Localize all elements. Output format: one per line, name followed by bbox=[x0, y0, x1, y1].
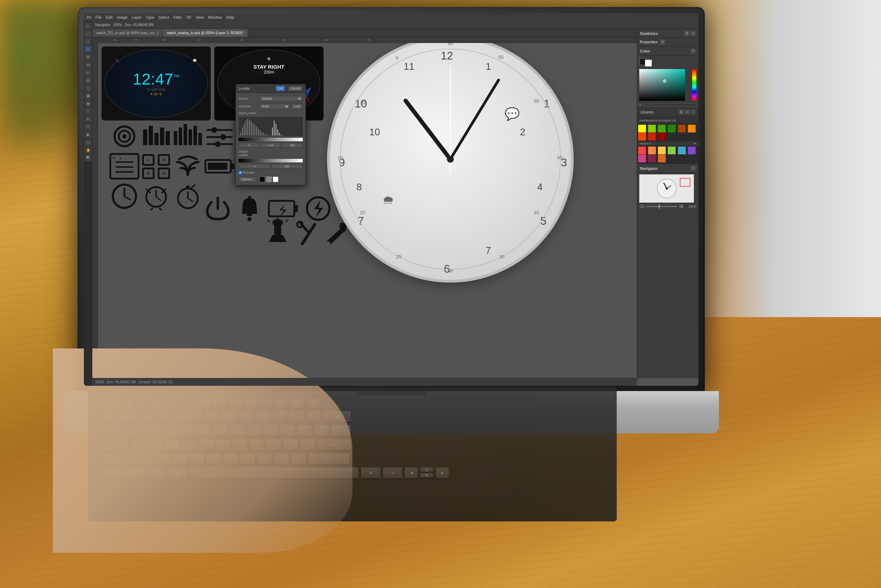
libraries-list-btn[interactable]: ≡ bbox=[685, 110, 690, 114]
tool-brush[interactable]: ✏ bbox=[85, 69, 92, 76]
levels-white-picker[interactable] bbox=[273, 177, 278, 182]
swatch-dark-green[interactable] bbox=[668, 125, 675, 132]
swatch-red-orange[interactable] bbox=[638, 133, 646, 141]
swatch2-4[interactable] bbox=[668, 147, 675, 154]
tool-dodge[interactable]: ○ bbox=[85, 108, 92, 115]
key-left[interactable]: ◀ bbox=[405, 467, 418, 478]
menu-select[interactable]: Select bbox=[159, 15, 170, 20]
menu-view[interactable]: View bbox=[195, 15, 204, 20]
tool-magic-wand[interactable]: ✦ bbox=[85, 46, 92, 53]
levels-input-black[interactable] bbox=[239, 142, 260, 148]
svg-marker-110 bbox=[279, 204, 287, 216]
tool-move[interactable]: ↖ bbox=[85, 22, 92, 30]
svg-rect-132 bbox=[256, 127, 257, 136]
canvas-content: 📞 💬 12:47 PM 14 April 2016 ☀ 21° C bbox=[98, 43, 637, 378]
tool-blur[interactable]: ◉ bbox=[85, 100, 92, 107]
menu-edit[interactable]: Edit bbox=[106, 15, 113, 20]
swatches-collapse-btn[interactable]: ☰ bbox=[684, 31, 689, 36]
tool-shape[interactable]: ▭ bbox=[85, 139, 92, 146]
zoom-out-button[interactable]: - bbox=[639, 204, 645, 209]
menu-filter[interactable]: Filter bbox=[173, 15, 182, 20]
swatch-yellow[interactable] bbox=[638, 125, 646, 132]
swatch2-3[interactable] bbox=[658, 147, 666, 154]
menu-file[interactable]: File bbox=[96, 15, 102, 20]
properties-controls: ☰ bbox=[660, 40, 665, 45]
levels-input-white[interactable] bbox=[282, 142, 303, 148]
zoom-slider[interactable] bbox=[646, 206, 677, 207]
swatch2-7[interactable] bbox=[638, 154, 646, 162]
swatch2-5[interactable] bbox=[678, 147, 686, 154]
library-name: maintenance-to-import-V4 bbox=[639, 119, 676, 122]
svg-rect-86 bbox=[208, 163, 227, 170]
hue-slider[interactable] bbox=[692, 69, 696, 101]
tool-pen[interactable]: ✒ bbox=[85, 116, 92, 123]
tab-doc2[interactable]: watch_DG_sc.psd @ 888% (nav_scr...) bbox=[92, 29, 163, 37]
tool-path[interactable]: ▶ bbox=[85, 131, 92, 138]
swatch-brown[interactable] bbox=[678, 125, 686, 132]
swatch2-9[interactable] bbox=[658, 154, 666, 162]
menu-window[interactable]: Window bbox=[208, 15, 222, 20]
tool-crop[interactable]: ⊞ bbox=[85, 54, 92, 61]
key-alt-r[interactable]: ⌥ bbox=[383, 467, 402, 478]
background-color-swatch[interactable] bbox=[645, 60, 652, 67]
levels-preview-checkbox[interactable] bbox=[239, 171, 242, 174]
tool-eyedropper[interactable]: ⌲ bbox=[85, 61, 92, 68]
menu-layer[interactable]: Layer bbox=[132, 15, 142, 20]
levels-cancel-button[interactable]: Cancel bbox=[288, 86, 303, 91]
alpha-row: A bbox=[637, 102, 698, 108]
libraries-grid-btn[interactable]: ⊞ bbox=[679, 110, 684, 114]
levels-auto-button[interactable]: Auto bbox=[291, 104, 303, 109]
libraries-menu-btn[interactable]: ⋯ bbox=[691, 110, 696, 114]
tool-lasso[interactable]: ⌇ bbox=[85, 38, 92, 45]
tab-doc1[interactable]: watch_analog_tc.psd @ 500% (Layer 3, RGB… bbox=[163, 29, 248, 37]
menu-type[interactable]: Type bbox=[146, 15, 155, 20]
svg-text:45: 45 bbox=[557, 155, 563, 160]
levels-channel-select[interactable]: RGB bbox=[260, 104, 290, 109]
swatch-lime[interactable] bbox=[648, 125, 656, 132]
menu-ps[interactable]: Ps bbox=[87, 15, 91, 20]
swatch-green[interactable] bbox=[658, 125, 666, 132]
levels-black-picker[interactable] bbox=[260, 177, 265, 182]
key-right[interactable]: ▶ bbox=[435, 467, 449, 478]
levels-output-black[interactable] bbox=[239, 164, 270, 169]
zoom-in-button[interactable]: + bbox=[679, 204, 684, 209]
color-panel: Color ≡ bbox=[637, 46, 698, 108]
levels-input-slider[interactable] bbox=[239, 138, 303, 141]
tool-zoom[interactable]: 🔍 bbox=[85, 154, 92, 161]
swatch-dark-red[interactable] bbox=[658, 133, 666, 141]
levels-input-mid[interactable] bbox=[260, 142, 281, 148]
tool-select[interactable]: ⬚ bbox=[85, 30, 92, 38]
levels-preset-select[interactable]: Default bbox=[260, 96, 303, 102]
swatches-menu-btn[interactable]: ≡ bbox=[691, 31, 696, 36]
tool-gradient[interactable]: ▦ bbox=[85, 92, 92, 99]
color-menu-btn[interactable]: ≡ bbox=[691, 49, 696, 54]
swatch-orange[interactable] bbox=[688, 125, 696, 132]
tool-eraser[interactable]: ◻ bbox=[85, 84, 92, 92]
key-up[interactable]: ▲ bbox=[420, 467, 434, 472]
key-down[interactable]: ▼ bbox=[420, 473, 434, 478]
navigator-menu-btn[interactable]: ≡ bbox=[691, 166, 696, 171]
color-saturation-brightness[interactable] bbox=[639, 69, 685, 101]
svg-text:8: 8 bbox=[356, 182, 362, 192]
levels-output-white[interactable] bbox=[271, 164, 303, 169]
levels-options-button[interactable]: Options... bbox=[239, 177, 257, 182]
levels-ok-button[interactable]: OK bbox=[276, 86, 285, 91]
menu-image[interactable]: Image bbox=[117, 15, 128, 20]
swatch2-6[interactable] bbox=[688, 147, 696, 154]
key-cmd-r[interactable]: ⌘ bbox=[361, 467, 381, 478]
svg-point-46 bbox=[122, 134, 126, 138]
navigator-preview-thumbnail bbox=[639, 174, 694, 202]
properties-collapse-btn[interactable]: ☰ bbox=[660, 40, 665, 45]
tool-hand[interactable]: ✋ bbox=[85, 147, 92, 154]
menu-3d[interactable]: 3D bbox=[186, 15, 191, 20]
menu-help[interactable]: Help bbox=[226, 15, 234, 20]
swatch2-1[interactable] bbox=[638, 147, 646, 154]
tool-type[interactable]: T bbox=[85, 123, 92, 130]
swatch-red[interactable] bbox=[648, 133, 656, 141]
swatch2-8[interactable] bbox=[648, 154, 656, 162]
levels-gray-picker[interactable] bbox=[266, 177, 272, 182]
tool-clone[interactable]: ⊕ bbox=[85, 77, 92, 84]
svg-rect-126 bbox=[246, 120, 246, 136]
alpha-slider-bar[interactable] bbox=[644, 104, 696, 106]
swatch2-2[interactable] bbox=[648, 147, 656, 154]
